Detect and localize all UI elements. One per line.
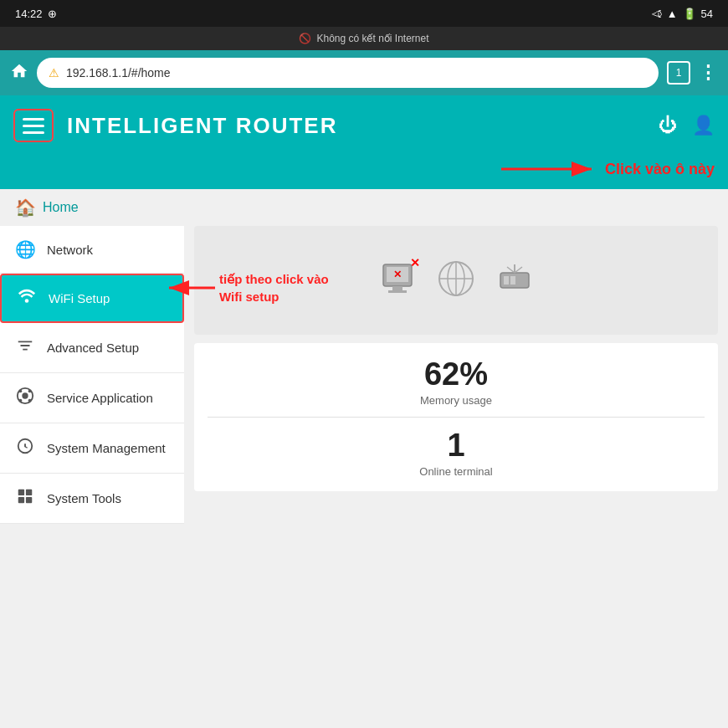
svg-rect-12 (26, 497, 32, 503)
svg-rect-23 (504, 276, 509, 285)
more-options-button[interactable]: ⋮ (699, 62, 718, 84)
svg-rect-10 (26, 490, 32, 495)
router-diagram-icon (494, 258, 536, 303)
wifi-setup-label: WiFi Setup (49, 291, 110, 305)
battery-icon: 🔋 (683, 8, 696, 20)
system-management-label: System Management (47, 441, 166, 455)
sidebar-item-system-management[interactable]: System Management (0, 423, 184, 474)
sidebar-item-service-application[interactable]: Service Application (0, 373, 184, 423)
browser-chrome: ⚠ 192.168.1.1/#/home 1 ⋮ (0, 50, 728, 95)
system-management-icon (15, 437, 35, 459)
wifi-annotation-text: tiếp theo click vàoWifi setup (219, 270, 329, 305)
globe-diagram-icon (435, 258, 477, 303)
wifi-annotation: tiếp theo click vàoWifi setup (161, 269, 329, 306)
router-header: INTELLIGENT ROUTER ⏻ 👤 (0, 95, 728, 156)
service-application-label: Service Application (47, 391, 153, 405)
wifi-icon-menu (17, 289, 37, 308)
battery-level: 54 (701, 8, 713, 20)
svg-point-2 (25, 299, 29, 303)
wifi-annotation-arrow (161, 269, 219, 306)
no-internet-icon: 🚫 (299, 33, 311, 44)
svg-point-6 (28, 390, 32, 393)
sidebar-item-advanced-setup[interactable]: Advanced Setup (0, 323, 184, 373)
content-wrapper: 🌐 Network WiFi Setup (0, 226, 728, 524)
router-title: INTELLIGENT ROUTER (67, 113, 645, 139)
memory-value: 62% (208, 356, 705, 392)
sidebar-item-network[interactable]: 🌐 Network (0, 226, 184, 274)
system-tools-icon (15, 487, 35, 510)
address-bar[interactable]: ⚠ 192.168.1.1/#/home (37, 58, 659, 88)
click-hint-text: Click vào ô này (605, 161, 715, 178)
user-icon[interactable]: 👤 (692, 115, 715, 136)
svg-line-27 (515, 267, 522, 273)
svg-point-5 (19, 390, 23, 393)
svg-point-4 (22, 392, 28, 398)
system-tools-label: System Tools (47, 491, 121, 505)
svg-text:✕: ✕ (393, 269, 402, 280)
svg-rect-15 (392, 286, 402, 290)
service-icon (15, 387, 35, 409)
svg-rect-9 (18, 490, 24, 495)
svg-line-26 (507, 267, 515, 273)
svg-rect-11 (18, 497, 24, 503)
warning-icon: ⚠ (49, 66, 59, 79)
hamburger-menu-button[interactable] (13, 109, 54, 142)
memory-label: Memory usage (208, 394, 705, 407)
time-display: 14:22 (15, 8, 43, 20)
network-icon: 🌐 (15, 239, 35, 259)
address-text: 192.168.1.1/#/home (66, 66, 171, 79)
sidebar-item-system-tools[interactable]: System Tools (0, 474, 184, 524)
advanced-setup-icon (15, 336, 35, 359)
signal-icon: ⏿ (651, 8, 662, 20)
sidebar: 🌐 Network WiFi Setup (0, 226, 184, 524)
advanced-setup-label: Advanced Setup (47, 341, 139, 355)
svg-point-8 (28, 399, 32, 402)
breadcrumb: 🏠 Home (0, 189, 728, 226)
home-breadcrumb-icon: 🏠 (15, 197, 36, 218)
content-area: 🌐 Network WiFi Setup (0, 226, 728, 524)
svg-rect-16 (388, 290, 407, 293)
stat-divider (208, 417, 705, 418)
main-content: 🏠 Home 🌐 Network (0, 189, 728, 524)
terminal-label: Online terminal (208, 465, 705, 478)
wifi-icon: ▲ (667, 8, 678, 20)
status-bar: 14:22 ⊕ ⏿ ▲ 🔋 54 (0, 0, 728, 27)
svg-rect-24 (510, 276, 515, 285)
breadcrumb-home: Home (43, 200, 79, 215)
svg-point-7 (19, 399, 23, 402)
power-icon[interactable]: ⏻ (659, 115, 677, 136)
stats-area: 62% Memory usage 1 Online terminal (194, 343, 718, 491)
location-icon: ⊕ (48, 8, 57, 20)
browser-home-button[interactable] (10, 62, 28, 85)
sidebar-item-wifi-setup[interactable]: WiFi Setup (0, 274, 184, 323)
network-label: Network (47, 243, 93, 257)
terminal-value: 1 (208, 428, 705, 464)
annotation-area: Click vào ô này (0, 156, 728, 189)
no-internet-text: Không có kết nối Internet (316, 33, 428, 44)
notification-bar: 🚫 Không có kết nối Internet (0, 27, 728, 50)
error-badge: ✕ (410, 256, 420, 269)
tab-count-button[interactable]: 1 (667, 61, 690, 85)
